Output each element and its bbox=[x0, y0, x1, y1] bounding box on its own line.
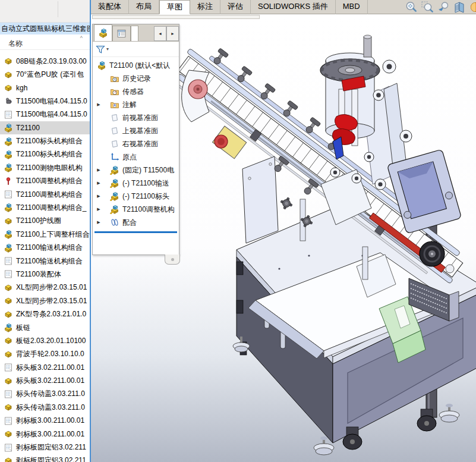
file-row[interactable]: kgh bbox=[0, 81, 90, 95]
file-row[interactable]: 剥标板固定铝3.02.211 bbox=[0, 454, 90, 462]
subassembly-icon bbox=[110, 178, 119, 188]
file-row[interactable]: T11500电箱4.04.115.0 bbox=[0, 95, 90, 108]
file-row[interactable]: XL型同步带2.03.15.01 bbox=[0, 294, 90, 307]
ribbon-tab-label: 装配体 bbox=[98, 2, 121, 11]
feature-label: (-) T21100输送 bbox=[122, 178, 169, 188]
feature-tree-item[interactable]: 原点 bbox=[93, 150, 179, 164]
model-support-post-2[interactable] bbox=[362, 247, 368, 279]
file-name: T21100输送机构组合 bbox=[16, 256, 83, 266]
view-tool-button[interactable] bbox=[404, 0, 420, 14]
view-tool-button[interactable] bbox=[420, 0, 436, 14]
drawing-icon bbox=[4, 256, 13, 266]
expand-arrow-icon[interactable] bbox=[94, 194, 103, 199]
file-row[interactable]: 标头传动盖3.03.211.0 bbox=[0, 401, 90, 414]
file-row[interactable]: 标头板3.02.211.00.01 bbox=[0, 374, 90, 387]
file-row[interactable]: T21100输送机构组合 bbox=[0, 241, 90, 254]
rollback-bar[interactable] bbox=[94, 231, 177, 233]
feature-label: 传感器 bbox=[122, 87, 144, 97]
view-tool-button[interactable] bbox=[468, 0, 476, 14]
file-row[interactable]: T21100调整机构组合 bbox=[0, 188, 90, 201]
expand-arrow-icon[interactable] bbox=[94, 181, 103, 186]
file-name: XL型同步带2.03.15.01 bbox=[16, 296, 87, 306]
part-icon bbox=[4, 403, 13, 412]
file-row[interactable]: T21100测物电眼机构 bbox=[0, 161, 90, 174]
file-row[interactable]: T21100装配体 bbox=[0, 268, 90, 281]
file-row[interactable]: XL型同步带2.03.15.01 bbox=[0, 281, 90, 294]
file-row[interactable]: T21100上下调整杆组合 bbox=[0, 228, 90, 241]
filter-icon[interactable] bbox=[96, 45, 105, 54]
panel-splitter-handle[interactable] bbox=[165, 254, 180, 265]
file-row[interactable]: 标头板3.02.211.00.01 bbox=[0, 361, 90, 374]
feature-tree-item[interactable]: 注解 bbox=[93, 98, 179, 111]
file-name: 标头传动盖3.03.211.0 bbox=[16, 403, 85, 413]
view-tool-button[interactable] bbox=[452, 0, 468, 14]
drawing-icon bbox=[4, 389, 13, 399]
feature-tree-item[interactable]: (-) T21100标头 bbox=[93, 190, 179, 203]
feature-tree-item[interactable]: 前视基准面 bbox=[93, 111, 179, 124]
file-row[interactable]: T11500电箱4.04.115.0 bbox=[0, 108, 90, 121]
file-row[interactable]: 剥标板3.00.211.00.01 bbox=[0, 414, 90, 428]
assembly-icon bbox=[98, 28, 108, 38]
chevron-down-icon[interactable]: ▾ bbox=[106, 46, 109, 52]
scroll-right-button[interactable]: ► bbox=[166, 26, 179, 41]
part-icon bbox=[4, 429, 13, 439]
expand-arrow-icon[interactable] bbox=[94, 102, 103, 107]
configuration-manager-tab[interactable] bbox=[131, 26, 138, 41]
subassembly-icon bbox=[110, 191, 119, 201]
expand-arrow-icon[interactable] bbox=[94, 220, 103, 225]
file-row[interactable]: 70°蓝色PU胶 (牵引包 bbox=[0, 68, 90, 81]
file-row[interactable]: 剥标板固定铝3.02.211 bbox=[0, 441, 90, 454]
file-row[interactable]: 标头传动盖3.03.211.0 bbox=[0, 388, 90, 401]
ribbon-tab[interactable]: 评估 bbox=[220, 0, 251, 14]
file-name: T21100标头机构组合 bbox=[16, 149, 83, 159]
ribbon-tab[interactable]: 布局 bbox=[129, 0, 159, 14]
feature-tree-item[interactable]: 历史记录 bbox=[93, 72, 179, 85]
part-icon bbox=[4, 296, 13, 306]
property-manager-tab[interactable] bbox=[112, 26, 131, 41]
expand-arrow-icon[interactable] bbox=[94, 168, 103, 172]
explorer-folder-title[interactable]: 自动立式圆瓶贴标机三维套图 bbox=[0, 23, 90, 34]
file-row[interactable]: 背波手轮2.03.10.10.0 bbox=[0, 348, 90, 361]
file-row[interactable]: T21100护线圈 bbox=[0, 215, 90, 228]
feature-tree-item[interactable]: T21100调整机构 bbox=[93, 203, 179, 216]
file-name: 剥标板固定铝3.02.211 bbox=[16, 442, 86, 452]
file-row[interactable]: 板链2.03.20.01.10100 bbox=[0, 334, 90, 347]
history-icon bbox=[110, 74, 119, 83]
feature-tree-item[interactable]: 上视基准面 bbox=[93, 124, 179, 137]
feature-tree-item[interactable]: (-) T21100输送 bbox=[93, 177, 179, 190]
feature-tree-item[interactable]: 右视基准面 bbox=[93, 137, 179, 150]
feature-label: T21100调整机构 bbox=[122, 205, 175, 215]
file-row[interactable]: ZK型导条2.03.21.01.0 bbox=[0, 307, 90, 320]
scroll-left-button[interactable]: ◄ bbox=[154, 26, 166, 41]
expand-arrow-icon[interactable] bbox=[94, 207, 103, 212]
ribbon-tab[interactable]: 装配体 bbox=[91, 0, 129, 14]
ribbon-tab[interactable]: SOLIDWORKS 插件 bbox=[251, 0, 336, 14]
feature-tree-item[interactable]: 传感器 bbox=[93, 85, 179, 98]
assembly-icon bbox=[4, 243, 13, 253]
file-row[interactable]: 08B链条2.03.19.03.00 bbox=[0, 55, 90, 68]
subassembly-icon bbox=[110, 165, 119, 175]
sort-ascending-icon: ^ bbox=[80, 35, 83, 41]
collapsed-ribbon-strip[interactable] bbox=[92, 15, 260, 19]
file-row[interactable]: T21100调整机构组合 bbox=[0, 175, 90, 188]
file-row[interactable]: T21100标头机构组合 bbox=[0, 134, 90, 147]
name-column-header[interactable]: 名称 ^ bbox=[0, 34, 90, 50]
file-row[interactable]: T21100输送机构组合 bbox=[0, 254, 90, 268]
file-row[interactable]: 板链 bbox=[0, 321, 90, 334]
file-row[interactable]: T21100调整机构组合_ bbox=[0, 201, 90, 214]
part-icon bbox=[4, 376, 13, 386]
panel-tab-scroll: ◄ ► bbox=[154, 26, 179, 41]
ribbon-tab[interactable]: MBD bbox=[336, 0, 368, 14]
drawing-icon bbox=[4, 416, 13, 426]
file-row[interactable]: T21100 bbox=[0, 121, 90, 134]
ribbon-tab[interactable]: 草图 bbox=[159, 0, 190, 14]
view-tool-button[interactable] bbox=[436, 0, 452, 14]
ribbon-tab[interactable]: 标注 bbox=[190, 0, 220, 14]
file-row[interactable]: T21100标头机构组合 bbox=[0, 148, 90, 161]
feature-tree-root[interactable]: T21100 (默认<默认 bbox=[93, 59, 179, 72]
feature-tree-item[interactable]: (固定) T11500电 bbox=[93, 164, 179, 177]
file-row[interactable]: 剥标板3.00.211.00.01 bbox=[0, 428, 90, 441]
part-icon bbox=[4, 70, 13, 80]
feature-manager-tab[interactable] bbox=[94, 24, 112, 41]
feature-tree-item[interactable]: 配合 bbox=[93, 216, 179, 229]
